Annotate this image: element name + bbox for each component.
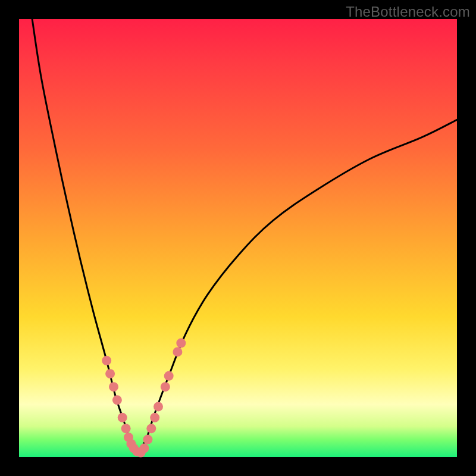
marker-dot (105, 369, 115, 378)
curve-layer (19, 19, 457, 457)
watermark-text: TheBottleneck.com (346, 4, 470, 20)
chart-frame: TheBottleneck.com (0, 0, 476, 476)
marker-dot (109, 382, 118, 392)
marker-dot (143, 435, 152, 444)
marker-dot (164, 371, 174, 381)
curve-right-branch (137, 120, 457, 452)
marker-dot (150, 413, 159, 422)
marker-dot (146, 424, 156, 433)
marker-dot (121, 424, 131, 433)
marker-dot (118, 413, 127, 422)
marker-dot (112, 395, 122, 405)
marker-dot (102, 356, 111, 365)
marker-dot (161, 382, 170, 392)
marker-dots (102, 339, 186, 458)
plot-area (19, 19, 457, 457)
marker-dot (176, 339, 186, 348)
marker-dot (140, 443, 149, 453)
curve-left-branch (32, 19, 137, 453)
curve-paths (32, 19, 457, 453)
marker-dot (154, 402, 163, 411)
marker-dot (173, 347, 182, 356)
